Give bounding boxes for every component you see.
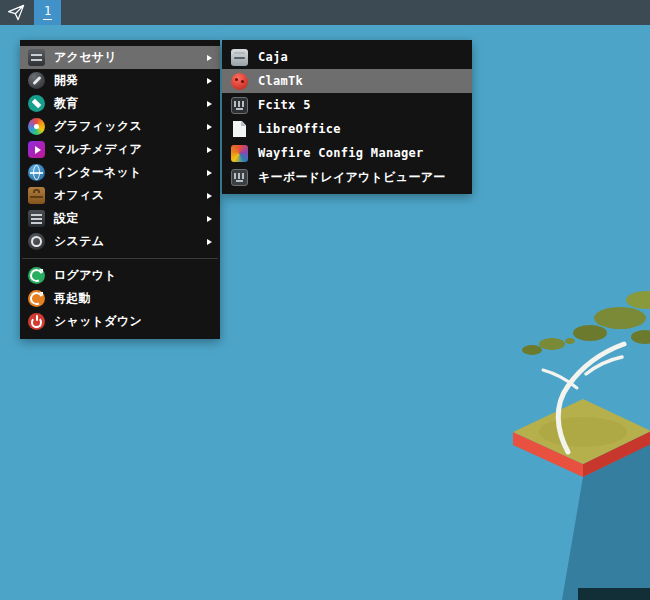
submenu-item-label: Fcitx 5 bbox=[258, 98, 311, 112]
island-shadow bbox=[562, 444, 650, 600]
menu-item-label: システム bbox=[54, 233, 104, 250]
submenu-arrow-icon bbox=[207, 170, 212, 176]
office-icon bbox=[28, 187, 45, 204]
menu-item-label: オフィス bbox=[54, 187, 104, 204]
menu-item-label: グラフィックス bbox=[54, 118, 142, 135]
menu-item-label: 再起動 bbox=[54, 290, 91, 307]
multimedia-icon bbox=[28, 141, 45, 158]
keyboard-layout-icon bbox=[231, 169, 248, 186]
submenu-item-libreoffice[interactable]: LibreOffice bbox=[222, 117, 472, 141]
submenu-arrow-icon bbox=[207, 216, 212, 222]
submenu-item-label: LibreOffice bbox=[258, 122, 341, 136]
tree-branch bbox=[543, 370, 577, 388]
logout-icon bbox=[28, 267, 45, 284]
menu-item-development[interactable]: 開発 bbox=[20, 69, 220, 92]
accessories-submenu: Caja ClamTk Fcitx 5 LibreOffice Wayfire … bbox=[222, 40, 472, 194]
workspace-button[interactable]: 1 bbox=[34, 0, 61, 25]
menu-item-settings[interactable]: 設定 bbox=[20, 207, 220, 230]
development-icon bbox=[28, 72, 45, 89]
submenu-item-caja[interactable]: Caja bbox=[222, 45, 472, 69]
island-right-face bbox=[583, 431, 650, 477]
submenu-item-fcitx5[interactable]: Fcitx 5 bbox=[222, 93, 472, 117]
caja-icon bbox=[231, 49, 248, 66]
submenu-item-label: ClamTk bbox=[258, 74, 303, 88]
menu-item-multimedia[interactable]: マルチメディア bbox=[20, 138, 220, 161]
submenu-arrow-icon bbox=[207, 101, 212, 107]
menu-item-label: インターネット bbox=[54, 164, 142, 181]
submenu-arrow-icon bbox=[207, 55, 212, 61]
submenu-arrow-icon bbox=[207, 147, 212, 153]
app-menu: アクセサリ 開発 教育 グラフィックス マルチメディア インターネット オフィス… bbox=[20, 40, 220, 339]
settings-icon bbox=[28, 210, 45, 227]
menu-item-education[interactable]: 教育 bbox=[20, 92, 220, 115]
clamtk-icon bbox=[231, 73, 248, 90]
island-grass-patch bbox=[539, 417, 627, 447]
submenu-item-label: キーボードレイアウトビューアー bbox=[258, 169, 446, 186]
menu-separator bbox=[22, 258, 218, 259]
submenu-arrow-icon bbox=[207, 78, 212, 84]
system-icon bbox=[28, 233, 45, 250]
submenu-item-label: Caja bbox=[258, 50, 288, 64]
menu-item-logout[interactable]: ログアウト bbox=[20, 264, 220, 287]
menu-item-label: アクセサリ bbox=[54, 49, 117, 66]
menu-item-shutdown[interactable]: シャットダウン bbox=[20, 310, 220, 333]
wayfire-logo-icon[interactable] bbox=[2, 0, 30, 25]
foliage-blob bbox=[522, 345, 542, 355]
menu-item-label: 開発 bbox=[54, 72, 79, 89]
menu-item-office[interactable]: オフィス bbox=[20, 184, 220, 207]
fcitx-icon bbox=[231, 97, 248, 114]
education-icon bbox=[28, 95, 45, 112]
menu-item-accessories[interactable]: アクセサリ bbox=[20, 46, 220, 69]
submenu-item-wayfire-config-manager[interactable]: Wayfire Config Manager bbox=[222, 141, 472, 165]
foliage-blob bbox=[539, 338, 565, 350]
foliage-blob bbox=[594, 307, 646, 329]
foliage-blob bbox=[573, 325, 607, 341]
corner-window-strip[interactable] bbox=[578, 588, 650, 600]
submenu-arrow-icon bbox=[207, 193, 212, 199]
submenu-arrow-icon bbox=[207, 239, 212, 245]
menu-item-label: 教育 bbox=[54, 95, 79, 112]
libreoffice-icon bbox=[233, 121, 246, 137]
menu-item-restart[interactable]: 再起動 bbox=[20, 287, 220, 310]
menu-item-label: ログアウト bbox=[54, 267, 117, 284]
top-panel: 1 bbox=[0, 0, 650, 25]
island-top-face bbox=[513, 399, 650, 464]
wayfire-config-icon bbox=[231, 145, 248, 162]
workspace-label: 1 bbox=[43, 5, 52, 20]
submenu-item-keyboard-layout-viewer[interactable]: キーボードレイアウトビューアー bbox=[222, 165, 472, 189]
tree-branch bbox=[586, 357, 622, 374]
foliage-blob bbox=[565, 338, 575, 344]
restart-icon bbox=[28, 290, 45, 307]
tree-trunk bbox=[558, 344, 624, 452]
submenu-item-clamtk[interactable]: ClamTk bbox=[222, 69, 472, 93]
island-left-face bbox=[513, 432, 583, 477]
internet-icon bbox=[28, 164, 45, 181]
menu-item-label: 設定 bbox=[54, 210, 79, 227]
graphics-icon bbox=[28, 118, 45, 135]
menu-item-graphics[interactable]: グラフィックス bbox=[20, 115, 220, 138]
submenu-arrow-icon bbox=[207, 124, 212, 130]
menu-item-label: マルチメディア bbox=[54, 141, 142, 158]
menu-item-label: シャットダウン bbox=[54, 313, 142, 330]
menu-item-internet[interactable]: インターネット bbox=[20, 161, 220, 184]
menu-item-system[interactable]: システム bbox=[20, 230, 220, 253]
shutdown-icon bbox=[28, 313, 45, 330]
accessories-icon bbox=[28, 49, 45, 66]
submenu-item-label: Wayfire Config Manager bbox=[258, 146, 424, 160]
foliage-blob bbox=[631, 330, 650, 344]
foliage-blob bbox=[626, 291, 650, 309]
